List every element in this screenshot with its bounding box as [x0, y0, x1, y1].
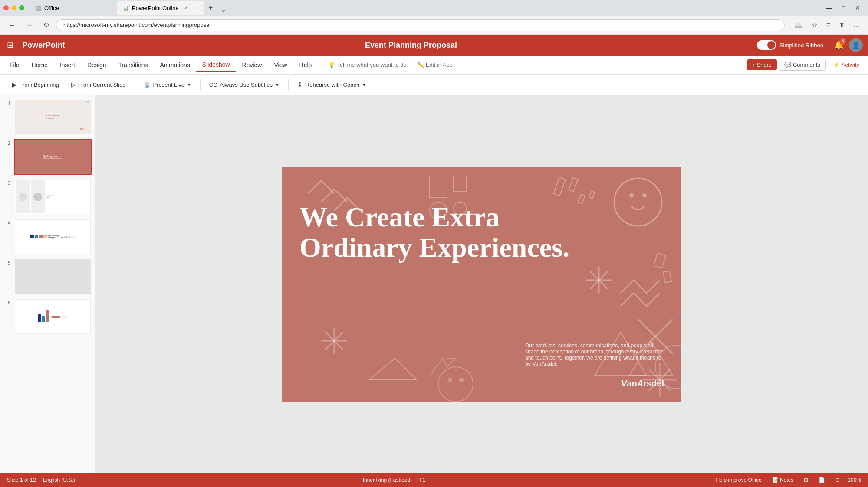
subtitles-dropdown-icon: ▼	[275, 82, 279, 87]
ribbon-bar: File Home Insert Design Transitions Anim…	[0, 56, 868, 75]
slide-view-btn[interactable]: ⊞	[801, 476, 811, 484]
user-avatar[interactable]: 👤	[849, 38, 863, 52]
more-btn[interactable]: …	[851, 20, 863, 31]
menu-review[interactable]: Review	[236, 59, 268, 71]
menu-animations[interactable]: Animations	[154, 59, 196, 71]
zoom-level: 100%	[848, 477, 861, 483]
comments-button[interactable]: 💬 Comments	[779, 59, 826, 71]
slide-thumbnail-1[interactable]: 1 Event PlanningProposal 2019 A	[3, 99, 92, 135]
language-indicator: English (U.S.)	[43, 477, 75, 483]
forward-button[interactable]: →	[23, 20, 36, 31]
from-beginning-button[interactable]: ▶ From Beginning	[7, 79, 64, 91]
header-separator	[829, 40, 829, 50]
slide-headline-line1: We Create Extra	[299, 202, 569, 232]
tab-close-icon[interactable]: ✕	[184, 5, 188, 11]
notification-badge: 4	[839, 38, 846, 45]
present-live-label: Present Live	[153, 82, 184, 88]
help-improve-button[interactable]: Help improve Office	[713, 476, 764, 484]
svg-rect-0	[80, 128, 83, 130]
slide-img-3[interactable]: Very FruitfulTeam	[14, 179, 92, 215]
help-improve-label: Help improve Office	[716, 477, 761, 483]
restore-btn[interactable]: □	[838, 3, 850, 13]
share-button[interactable]: ↑ Share	[747, 59, 777, 70]
menu-home[interactable]: Home	[26, 59, 54, 71]
slide-thumbnail-2[interactable]: 2 We Create ExtraOrdinary Experiences.	[3, 139, 92, 175]
favorites-btn[interactable]: ☆	[809, 19, 820, 31]
close-btn[interactable]: ✕	[851, 3, 865, 13]
from-beginning-label: From Beginning	[19, 82, 59, 88]
tab-powerpoint-label: PowerPoint Online	[132, 5, 179, 11]
menu-slideshow[interactable]: Slideshow	[196, 59, 236, 72]
toolbar-separator-3	[288, 79, 289, 91]
simplified-ribbon-label: Simplified Ribbon	[779, 42, 823, 49]
slide-img-1[interactable]: Event PlanningProposal 2019 A	[14, 99, 92, 135]
close-window-btn[interactable]	[3, 5, 9, 10]
main-slide-canvas[interactable]: We Create Extra Ordinary Experiences. Ou…	[282, 167, 681, 402]
slide-img-6[interactable]: 2019	[14, 298, 92, 335]
slide-headline-line2: Ordinary Experiences.	[299, 232, 569, 263]
menu-transitions[interactable]: Transitions	[112, 59, 154, 71]
toggle-switch[interactable]	[757, 40, 776, 50]
svg-rect-27	[553, 177, 566, 196]
address-bar[interactable]: https://microsoft-my.sharepoint.com/even…	[56, 19, 785, 31]
maximize-window-btn[interactable]	[19, 5, 24, 10]
share-browser-btn[interactable]: ⬆	[836, 19, 847, 31]
notes-button[interactable]: 📝 Notes	[769, 476, 796, 484]
menu-help[interactable]: Help	[293, 59, 318, 71]
slide-num-2: 2	[3, 139, 10, 146]
present-live-icon: 📡	[144, 82, 151, 88]
slide-brand-name: VanArsdel	[621, 379, 664, 389]
minimize-btn[interactable]: —	[822, 3, 837, 13]
minimize-window-btn[interactable]	[11, 5, 16, 10]
present-live-button[interactable]: 📡 Present Live ▼	[138, 79, 197, 91]
slide-num-5: 5	[3, 258, 10, 265]
menu-view[interactable]: View	[268, 59, 293, 71]
svg-point-3	[629, 193, 634, 198]
fit-slide-btn[interactable]: ⊡	[833, 476, 842, 484]
menu-insert[interactable]: Insert	[54, 59, 81, 71]
slide-info: Slide 1 of 12	[7, 477, 36, 483]
url-text: https://microsoft-my.sharepoint.com/even…	[63, 22, 777, 28]
slide-img-4[interactable]: Google Pixel Origina...List of People...…	[14, 219, 92, 255]
activity-icon: ⚡	[833, 62, 840, 68]
slide-num-3: 3	[3, 179, 10, 186]
svg-point-23	[438, 367, 473, 402]
browser-tab-office[interactable]: 🏢 Office	[30, 1, 116, 15]
tell-me-label: Tell me what you want to do	[337, 62, 406, 68]
reader-view-btn[interactable]: 📖	[792, 19, 806, 31]
slide-img-2[interactable]: We Create ExtraOrdinary Experiences.	[14, 139, 92, 175]
svg-rect-14	[663, 271, 671, 282]
coach-icon: 🎙	[297, 82, 303, 88]
toolbar-separator-1	[135, 79, 135, 91]
status-center: Inner Ring (Fastfood) : FF1	[75, 477, 713, 483]
tell-me-what-btn[interactable]: 💡 Tell me what you want to do	[325, 60, 410, 70]
menu-file[interactable]: File	[3, 59, 26, 71]
slide-thumbnail-6[interactable]: 6 2019	[3, 298, 92, 335]
menu-design[interactable]: Design	[81, 59, 112, 71]
always-use-subtitles-label: Always Use Subtitles	[220, 82, 273, 88]
activity-button[interactable]: ⚡ Activity	[828, 59, 865, 70]
waffle-menu-icon[interactable]: ⊞	[5, 39, 15, 52]
canvas-area: We Create Extra Ordinary Experiences. Ou…	[95, 95, 868, 473]
notes-view-btn[interactable]: 📄	[816, 476, 828, 484]
rehearse-with-coach-button[interactable]: 🎙 Rehearse with Coach ▼	[292, 79, 372, 91]
comment-icon: 💬	[784, 62, 791, 68]
lightbulb-icon: 💡	[328, 62, 335, 68]
slide-num-4: 4	[3, 219, 10, 226]
settings-btn[interactable]: ≡	[824, 20, 833, 31]
slide-thumbnail-3[interactable]: 3 Very FruitfulTeam	[3, 179, 92, 215]
new-tab-button[interactable]: +	[205, 2, 217, 14]
always-use-subtitles-button[interactable]: CC Always Use Subtitles ▼	[204, 79, 285, 91]
from-current-slide-button[interactable]: ▷ From Current Slide	[66, 79, 131, 91]
refresh-button[interactable]: ↻	[40, 19, 53, 31]
slide-thumbnail-4[interactable]: 4 Google Pixel Origina...List of People.…	[3, 219, 92, 255]
back-button[interactable]: ←	[5, 20, 19, 31]
rehearse-with-coach-label: Rehearse with Coach	[306, 82, 359, 88]
tab-dropdown-icon[interactable]: ⌄	[217, 4, 230, 15]
notification-btn[interactable]: 🔔 4	[834, 40, 844, 50]
simplified-ribbon-toggle[interactable]: Simplified Ribbon	[757, 40, 823, 50]
slide-img-5[interactable]	[14, 258, 92, 295]
edit-in-app-btn[interactable]: ✏️ Edit in App	[414, 60, 456, 70]
slide-thumbnail-5[interactable]: 5	[3, 258, 92, 295]
browser-tab-powerpoint[interactable]: 📊 PowerPoint Online ✕	[117, 1, 204, 15]
